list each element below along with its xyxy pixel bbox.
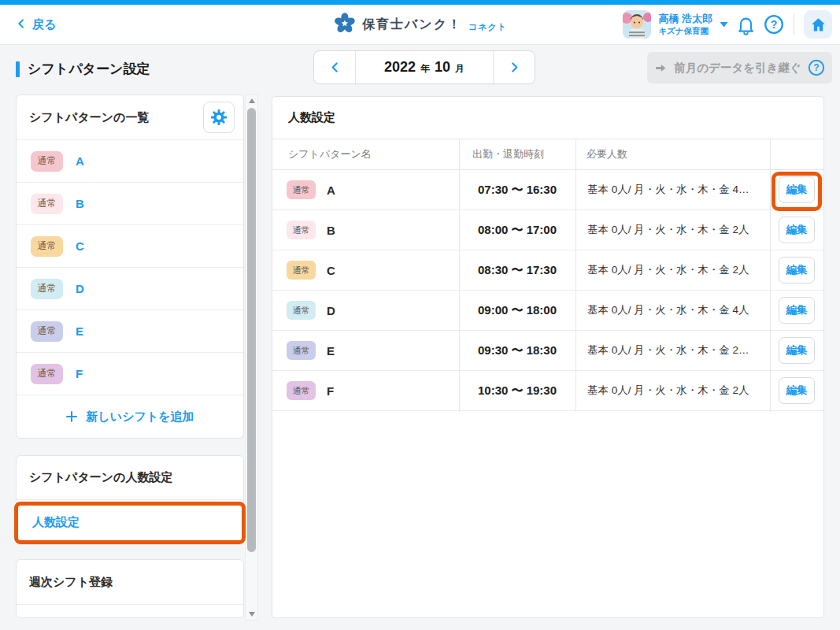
user-organization: キズナ保育園 xyxy=(658,26,712,36)
shift-pattern-name: E xyxy=(327,344,335,358)
work-hours: 07:30 〜 16:30 xyxy=(459,183,575,198)
shift-pattern-name: B xyxy=(327,224,335,237)
table-row-d: 通常 D 09:00 〜 18:00 基本 0人/ 月・火・水・木・金 4人 編… xyxy=(272,291,823,331)
shift-type-badge: 通常 xyxy=(31,321,63,342)
shift-pattern-item-b[interactable]: 通常 B xyxy=(17,182,243,224)
shift-pattern-item-e[interactable]: 通常 E xyxy=(17,309,243,352)
edit-button[interactable]: 編集 xyxy=(779,337,815,364)
app-header: 戻る 保育士バンク！ コネクト xyxy=(0,5,840,45)
weekly-shift-header: 週次シフト登録 xyxy=(17,560,243,605)
shift-type-badge: 通常 xyxy=(287,220,316,239)
work-hours: 08:00 〜 17:00 xyxy=(459,223,575,238)
sidebar-scrollbar[interactable] xyxy=(245,94,258,621)
shift-pattern-name: D xyxy=(327,304,335,317)
gear-icon xyxy=(210,109,228,126)
month-unit: 月 xyxy=(455,62,464,76)
back-label: 戻る xyxy=(32,17,56,32)
edit-button[interactable]: 編集 xyxy=(779,257,815,284)
next-month-button[interactable] xyxy=(493,51,535,83)
edit-button[interactable]: 編集 xyxy=(779,176,815,203)
brand-logo: 保育士バンク！ コネクト xyxy=(333,5,507,44)
required-staff: 基本 0人/ 月・火・水・木・金 4… xyxy=(587,183,749,197)
edit-button[interactable]: 編集 xyxy=(779,377,815,404)
shift-pattern-name: E xyxy=(76,324,83,338)
work-hours: 09:00 〜 18:00 xyxy=(459,303,575,318)
shift-type-badge: 通常 xyxy=(287,381,316,400)
notifications-bell-icon[interactable] xyxy=(735,14,757,35)
brand-suffix: コネクト xyxy=(468,21,507,33)
year-unit: 年 xyxy=(420,62,430,76)
back-button[interactable]: 戻る xyxy=(16,5,56,44)
column-shift-pattern-name: シフトパターン名 xyxy=(288,147,372,161)
caret-down-icon[interactable] xyxy=(720,21,728,28)
home-icon xyxy=(810,17,827,33)
help-icon[interactable]: ? xyxy=(764,14,784,35)
shift-pattern-list-card: シフトパターンの一覧 xyxy=(16,94,244,439)
panel-title: 人数設定 xyxy=(272,97,823,139)
shift-pattern-item-f[interactable]: 通常 F xyxy=(17,352,243,395)
table-row-f: 通常 F 10:30 〜 19:30 基本 0人/ 月・火・水・木・金 2人 編… xyxy=(272,371,823,411)
staff-count-settings-header: シフトパターンの人数設定 xyxy=(17,456,243,499)
shift-pattern-list-title: シフトパターンの一覧 xyxy=(29,110,149,125)
user-avatar[interactable] xyxy=(623,10,651,39)
shift-type-badge: 通常 xyxy=(31,194,63,214)
shift-pattern-name: F xyxy=(327,384,334,398)
svg-text:?: ? xyxy=(771,18,778,31)
shift-pattern-name: A xyxy=(76,154,84,168)
required-staff: 基本 0人/ 月・火・水・木・金 2人 xyxy=(587,384,749,398)
page-title: シフトパターン設定 xyxy=(16,60,150,78)
help-icon: ? xyxy=(808,59,825,76)
sakura-flower-icon xyxy=(333,12,356,38)
shift-type-badge: 通常 xyxy=(287,341,316,360)
work-hours: 08:30 〜 17:30 xyxy=(459,263,575,278)
edit-button[interactable]: 編集 xyxy=(779,217,815,243)
chevron-right-icon xyxy=(509,61,520,74)
table-row-a: 通常 A 07:30 〜 16:30 基本 0人/ 月・火・水・木・金 4… 編… xyxy=(272,170,823,210)
scroll-down-arrow[interactable] xyxy=(246,609,257,620)
table-row-b: 通常 B 08:00 〜 17:00 基本 0人/ 月・火・水・木・金 2人 編… xyxy=(272,210,823,250)
required-staff: 基本 0人/ 月・火・水・木・金 2人 xyxy=(587,263,749,277)
month-navigator: 2022 年 10 月 xyxy=(313,50,535,84)
title-accent-bar xyxy=(16,61,20,77)
shift-pattern-name: C xyxy=(76,239,84,253)
shift-pattern-name: D xyxy=(76,282,84,295)
edit-button[interactable]: 編集 xyxy=(779,297,815,324)
work-hours: 09:30 〜 18:30 xyxy=(459,343,575,358)
column-work-hours: 出勤・退勤時刻 xyxy=(472,147,544,161)
home-button[interactable] xyxy=(804,10,832,39)
table-header-row: シフトパターン名 出勤・退勤時刻 必要人数 xyxy=(272,139,823,170)
staff-count-settings-card: シフトパターンの人数設定 人数設定 xyxy=(16,455,244,545)
settings-button[interactable] xyxy=(203,102,235,133)
plus-icon xyxy=(65,410,78,423)
carry-over-label: 前月のデータを引き継ぐ xyxy=(674,61,801,76)
shift-type-badge: 通常 xyxy=(31,236,63,257)
shift-type-badge: 通常 xyxy=(31,151,63,172)
shift-pattern-item-d[interactable]: 通常 D xyxy=(17,267,243,309)
shift-pattern-name: F xyxy=(76,367,83,380)
shift-type-badge: 通常 xyxy=(31,364,63,384)
previous-month-button[interactable] xyxy=(314,51,356,83)
year-value: 2022 xyxy=(384,59,416,76)
table-row-e: 通常 E 09:30 〜 18:30 基本 0人/ 月・火・水・木・金 2… 編… xyxy=(272,331,823,371)
column-required-staff: 必要人数 xyxy=(587,147,627,161)
carry-over-previous-month-button[interactable]: 前月のデータを引き継ぐ ? xyxy=(647,52,832,83)
header-divider xyxy=(794,14,794,35)
weekly-shift-card: 週次シフト登録 xyxy=(16,559,244,618)
scroll-up-arrow[interactable] xyxy=(246,95,257,106)
shift-pattern-name: A xyxy=(327,183,335,197)
page: 戻る 保育士バンク！ コネクト xyxy=(0,0,840,630)
shift-pattern-item-a[interactable]: 通常 A xyxy=(17,139,243,182)
required-staff: 基本 0人/ 月・火・水・木・金 4人 xyxy=(587,303,749,317)
shift-pattern-item-c[interactable]: 通常 C xyxy=(17,224,243,267)
shift-pattern-name: C xyxy=(327,264,335,277)
chevron-left-icon xyxy=(16,17,27,32)
user-menu[interactable]: 高橋 浩太郎 キズナ保育園 xyxy=(658,13,712,35)
add-new-shift-label: 新しいシフトを追加 xyxy=(86,410,194,424)
scrollbar-thumb[interactable] xyxy=(247,108,256,552)
sidebar-item-staff-count[interactable]: 人数設定 xyxy=(17,499,243,544)
arrow-right-icon xyxy=(654,61,668,75)
work-hours: 10:30 〜 19:30 xyxy=(459,384,575,398)
add-new-shift-button[interactable]: 新しいシフトを追加 xyxy=(17,395,243,438)
shift-type-badge: 通常 xyxy=(287,261,316,280)
svg-text:?: ? xyxy=(813,62,819,73)
